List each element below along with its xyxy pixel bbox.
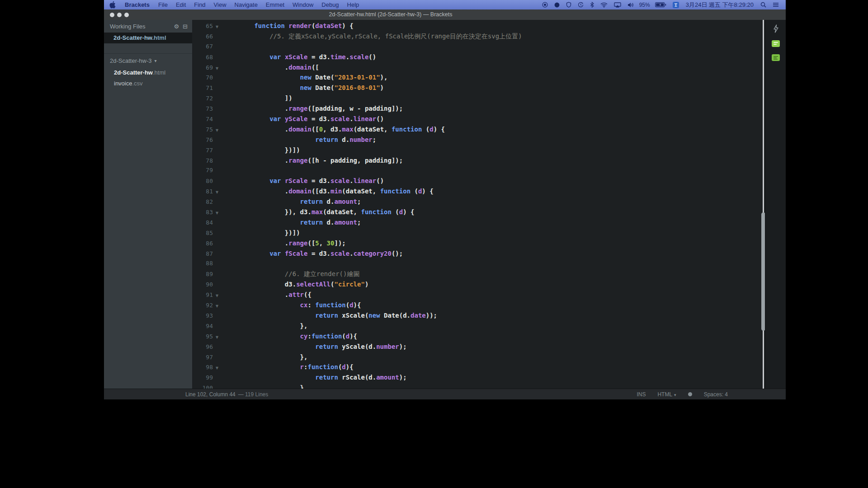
code-line[interactable]: 74 var yScale = d3.scale.linear() bbox=[192, 114, 765, 124]
menu-file[interactable]: File bbox=[154, 1, 172, 8]
indent-setting[interactable]: Spaces: 4 bbox=[704, 391, 728, 398]
apple-menu-icon[interactable] bbox=[104, 1, 120, 9]
code-line[interactable]: 98▼ r:function(d){ bbox=[192, 362, 765, 372]
code-line[interactable]: 92▼ cx: function(d){ bbox=[192, 300, 765, 310]
spotlight-icon[interactable] bbox=[757, 2, 769, 8]
extension-beautify-icon[interactable] bbox=[772, 54, 780, 63]
code-line[interactable]: 79 bbox=[192, 165, 765, 176]
language-selector[interactable]: HTML▾ bbox=[657, 391, 676, 398]
menu-find[interactable]: Find bbox=[190, 1, 209, 8]
time-machine-icon[interactable] bbox=[575, 2, 587, 8]
screen-record-icon[interactable] bbox=[539, 2, 551, 8]
code-line[interactable]: 67 bbox=[192, 42, 765, 52]
code-line[interactable]: 85 })]) bbox=[192, 228, 765, 238]
line-number: 84 bbox=[192, 218, 213, 228]
wifi-icon[interactable] bbox=[597, 2, 611, 8]
cursor-position[interactable]: Line 102, Column 44— 119 Lines bbox=[104, 391, 268, 398]
volume-icon[interactable] bbox=[624, 2, 637, 8]
code-line[interactable]: 100 }, bbox=[192, 383, 765, 389]
total-lines: — 119 Lines bbox=[238, 391, 269, 398]
line-number: 69 bbox=[192, 63, 213, 73]
code-line[interactable]: 65▼ function render(dataSet) { bbox=[192, 21, 765, 31]
code-line[interactable]: 83▼ }), d3.max(dataSet, function (d) { bbox=[192, 207, 765, 217]
menu-edit[interactable]: Edit bbox=[172, 1, 190, 8]
code-line[interactable]: 72 ]) bbox=[192, 93, 765, 103]
line-number: 95 bbox=[192, 332, 213, 342]
menu-help[interactable]: Help bbox=[343, 1, 363, 8]
extension-green-icon[interactable] bbox=[772, 40, 780, 49]
fold-arrow-icon[interactable]: ▼ bbox=[213, 188, 221, 198]
line-number: 100 bbox=[192, 383, 213, 389]
code-line[interactable]: 90 d3.selectAll("circle") bbox=[192, 279, 765, 290]
code-line[interactable]: 68 var xScale = d3.time.scale() bbox=[192, 52, 765, 62]
fold-arrow-icon[interactable]: ▼ bbox=[213, 22, 221, 33]
code-text: return rScale(d.amount); bbox=[224, 372, 407, 383]
fold-arrow-icon[interactable]: ▼ bbox=[213, 126, 221, 136]
code-text: }, bbox=[224, 321, 307, 331]
scrollbar-thumb[interactable] bbox=[761, 212, 765, 331]
working-file-2d-Scatter-hw[interactable]: 2d-Scatter-hw.html bbox=[104, 33, 192, 43]
code-line[interactable]: 78 .range([h - padding, padding]); bbox=[192, 155, 765, 166]
code-line[interactable]: 73 .range([padding, w - padding]); bbox=[192, 103, 765, 114]
tree-file-2d-Scatter-hw[interactable]: 2d-Scatter-hw.html bbox=[104, 67, 192, 78]
status-dot-icon[interactable] bbox=[551, 2, 563, 8]
menu-navigate[interactable]: Navigate bbox=[231, 1, 262, 8]
fold-arrow-icon[interactable]: ▼ bbox=[213, 301, 221, 312]
code-line[interactable]: 82 return d.amount; bbox=[192, 197, 765, 207]
menu-debug[interactable]: Debug bbox=[317, 1, 343, 8]
fold-arrow-icon[interactable]: ▼ bbox=[213, 363, 221, 374]
code-line[interactable]: 84 return d.amount; bbox=[192, 217, 765, 228]
window-title: 2d-Scatter-hw.html (2d-Scatter-hw-3) — B… bbox=[104, 9, 677, 20]
code-line[interactable]: 77 })]) bbox=[192, 145, 765, 155]
code-editor[interactable]: 65▼ function render(dataSet) {66 //5. 定義… bbox=[192, 20, 765, 389]
project-header[interactable]: 2d-Scatter-hw-3 ▾ bbox=[104, 54, 192, 67]
input-method-icon[interactable] bbox=[670, 2, 682, 8]
menu-brackets[interactable]: Brackets bbox=[120, 1, 154, 8]
code-line[interactable]: 71 new Date("2016-08-01") bbox=[192, 83, 765, 93]
menu-view[interactable]: View bbox=[210, 1, 231, 8]
code-line[interactable]: 66 //5. 定義xScale,yScale,rScale, fScale比例… bbox=[192, 31, 765, 42]
menu-window[interactable]: Window bbox=[288, 1, 317, 8]
menu-clock[interactable]: 3月24日 週五 下午8:29:20 bbox=[682, 1, 757, 9]
tree-file-invoice[interactable]: invoice.csv bbox=[104, 78, 192, 89]
code-line[interactable]: 86 .range([5, 30]); bbox=[192, 238, 765, 249]
notification-center-icon[interactable] bbox=[769, 2, 782, 7]
code-line[interactable]: 96 return yScale(d.number); bbox=[192, 342, 765, 352]
gear-icon[interactable]: ⚙ bbox=[172, 23, 181, 30]
airplay-icon[interactable] bbox=[611, 2, 624, 8]
code-line[interactable]: 80 var rScale = d3.scale.linear() bbox=[192, 176, 765, 186]
code-line[interactable]: 69▼ .domain([ bbox=[192, 62, 765, 73]
live-preview-icon[interactable] bbox=[772, 24, 779, 35]
fold-arrow-icon[interactable]: ▼ bbox=[213, 333, 221, 343]
code-line[interactable]: 81▼ .domain([d3.min(dataSet, function (d… bbox=[192, 186, 765, 197]
code-line[interactable]: 70 new Date("2013-01-01"), bbox=[192, 72, 765, 83]
line-number: 83 bbox=[192, 207, 213, 218]
code-line[interactable]: 88 bbox=[192, 258, 765, 269]
code-line[interactable]: 97 }, bbox=[192, 352, 765, 362]
code-line[interactable]: 99 return rScale(d.amount); bbox=[192, 372, 765, 383]
insert-mode-toggle[interactable]: INS bbox=[637, 391, 646, 398]
code-line[interactable]: 91▼ .attr({ bbox=[192, 290, 765, 300]
code-line[interactable]: 95▼ cy:function(d){ bbox=[192, 331, 765, 342]
code-line[interactable]: 75▼ .domain([0, d3.max(dataSet, function… bbox=[192, 124, 765, 135]
code-line[interactable]: 76 return d.number; bbox=[192, 135, 765, 145]
code-text: .domain([ bbox=[224, 62, 319, 73]
fold-arrow-icon[interactable]: ▼ bbox=[213, 291, 221, 301]
code-text: var fScale = d3.scale.category20(); bbox=[224, 249, 403, 259]
code-line[interactable]: 94 }, bbox=[192, 321, 765, 331]
code-line[interactable]: 87 var fScale = d3.scale.category20(); bbox=[192, 249, 765, 259]
lint-status-icon[interactable] bbox=[688, 392, 692, 396]
scrollbar-track[interactable] bbox=[763, 20, 764, 389]
bluetooth-icon[interactable] bbox=[587, 2, 597, 8]
menu-emmet[interactable]: Emmet bbox=[262, 1, 288, 8]
code-line[interactable]: 89 //6. 建立render()繪圖 bbox=[192, 269, 765, 279]
battery-charging-icon[interactable] bbox=[652, 2, 670, 7]
code-text: .range([5, 30]); bbox=[224, 238, 346, 249]
split-view-icon[interactable]: ⊟ bbox=[181, 23, 189, 30]
code-text: .domain([d3.min(dataSet, function (d) { bbox=[224, 186, 434, 197]
extension-toolbar bbox=[765, 20, 786, 389]
fold-arrow-icon[interactable]: ▼ bbox=[213, 64, 221, 74]
fold-arrow-icon[interactable]: ▼ bbox=[213, 208, 221, 219]
code-line[interactable]: 93 return xScale(new Date(d.date)); bbox=[192, 310, 765, 321]
shield-icon[interactable] bbox=[563, 2, 575, 8]
